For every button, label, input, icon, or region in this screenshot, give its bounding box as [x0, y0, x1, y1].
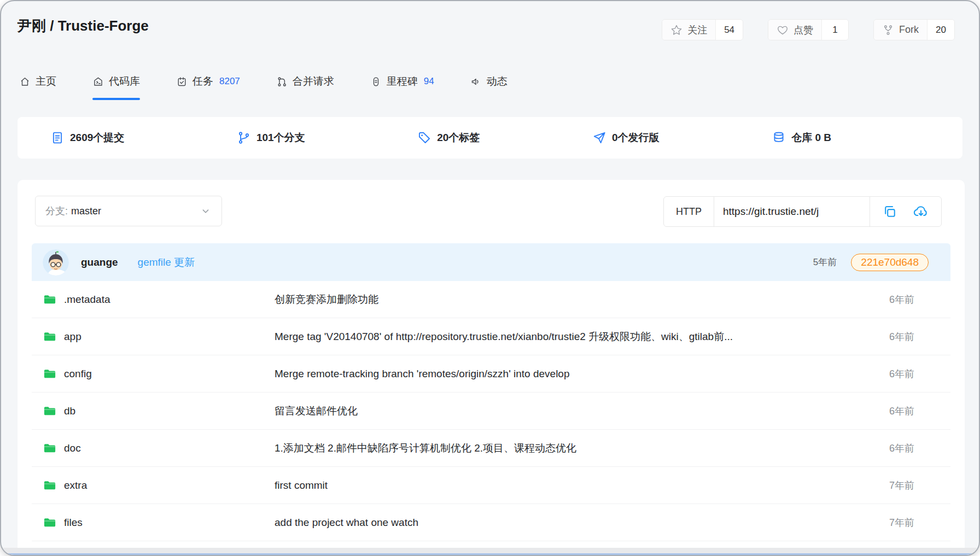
file-name[interactable]: doc [64, 442, 81, 454]
folder-icon [43, 441, 56, 455]
file-row[interactable]: config Merge remote-tracking branch 'rem… [32, 355, 950, 393]
commit-time: 5年前 [813, 256, 837, 268]
latest-commit-row: guange gemfile 更新 5年前 221e70d648 [32, 243, 950, 281]
home-icon [19, 76, 31, 87]
praise-label: 点赞 [794, 24, 813, 37]
folder-icon [43, 367, 56, 381]
file-time: 6年前 [889, 293, 914, 306]
clone-url-field[interactable]: https://git.trustie.net/j [714, 197, 870, 226]
praise-button[interactable]: 点赞 1 [768, 19, 849, 40]
tab-tasks[interactable]: 任务 8207 [176, 63, 240, 100]
file-time: 6年前 [889, 330, 914, 343]
tab-home[interactable]: 主页 [19, 63, 56, 100]
tab-activity[interactable]: 动态 [470, 63, 508, 100]
file-row[interactable]: .metadata 创新竞赛添加删除功能 6年前 [32, 281, 950, 318]
folder-icon [43, 404, 56, 418]
repo-actions: 关注 54 点赞 1 Fork 20 [662, 19, 955, 40]
file-name[interactable]: db [64, 405, 75, 417]
watch-button[interactable]: 关注 54 [662, 19, 743, 40]
app-window: 尹刚 / Trustie-Forge 关注 54 点赞 1 [0, 0, 980, 556]
stat-tags[interactable]: 20个标签 [417, 131, 480, 145]
file-commit-message[interactable]: Merge remote-tracking branch 'remotes/or… [275, 368, 570, 380]
folder-icon [43, 330, 56, 343]
repo-stats-bar: 2609个提交 101个分支 20个标签 0个发行版 [18, 117, 962, 159]
protocol-button[interactable]: HTTP [664, 197, 714, 226]
repo-tabs: 主页 代码库 任务 8207 合并请求 [19, 63, 508, 100]
folder-icon [43, 292, 56, 306]
activity-speaker-icon [470, 76, 482, 87]
avatar[interactable] [43, 249, 69, 276]
file-commit-message[interactable]: first commit [275, 479, 328, 491]
stat-commits[interactable]: 2609个提交 [50, 131, 124, 145]
file-commit-message[interactable]: Merge tag 'V20140708' of http://reposito… [275, 330, 733, 344]
tab-milestones[interactable]: 里程碑 94 [370, 63, 434, 100]
chevron-down-icon [200, 205, 212, 217]
tab-repository-label: 代码库 [109, 74, 140, 89]
file-commit-message[interactable]: 留言发送邮件优化 [275, 404, 358, 418]
file-time: 6年前 [889, 442, 914, 455]
copy-icon[interactable] [882, 204, 897, 219]
code-repo-icon [92, 76, 104, 87]
file-name[interactable]: app [64, 331, 81, 343]
commit-hash-badge[interactable]: 221e70d648 [851, 254, 929, 271]
merge-request-icon [276, 76, 288, 87]
page-title[interactable]: 尹刚 / Trustie-Forge [18, 16, 149, 36]
stat-storage-label: 仓库 0 B [791, 131, 831, 145]
fork-label: Fork [899, 24, 919, 36]
stat-branches[interactable]: 101个分支 [237, 131, 305, 145]
folder-icon [43, 516, 56, 529]
stat-releases-label: 0个发行版 [612, 131, 660, 145]
milestone-icon [370, 76, 382, 87]
file-time: 7年前 [889, 516, 914, 529]
star-icon [670, 24, 682, 36]
tasks-icon [176, 76, 188, 87]
tag-icon [417, 131, 431, 145]
file-row[interactable]: db 留言发送邮件优化 6年前 [32, 393, 950, 430]
file-commit-message[interactable]: add the project what one watch [275, 517, 418, 529]
file-row[interactable]: app Merge tag 'V20140708' of http://repo… [32, 318, 950, 355]
folder-icon [43, 478, 56, 492]
cloud-download-icon[interactable] [913, 203, 929, 220]
fork-button[interactable]: Fork 20 [873, 19, 955, 40]
file-row[interactable]: files add the project what one watch 7年前 [32, 504, 950, 541]
commit-author[interactable]: guange [81, 256, 118, 268]
tab-tasks-count: 8207 [219, 76, 240, 87]
tab-pull-requests-label: 合并请求 [293, 74, 334, 89]
file-name[interactable]: config [64, 368, 92, 380]
file-name[interactable]: .metadata [64, 294, 110, 306]
tab-activity-label: 动态 [487, 74, 508, 89]
branch-icon [237, 131, 251, 145]
tab-milestones-label: 里程碑 [387, 74, 418, 89]
file-name[interactable]: files [64, 517, 83, 529]
file-list: .metadata 创新竞赛添加删除功能 6年前 app Merge tag '… [32, 281, 950, 548]
commits-doc-icon [50, 131, 65, 145]
file-row[interactable]: doc 1.添加文档 2.邮件中缺陷序号计算机制优化 2.项目、课程动态优化 6… [32, 430, 950, 467]
clone-url-group: HTTP https://git.trustie.net/j [663, 196, 942, 227]
file-row-partial[interactable] [32, 541, 950, 548]
file-name[interactable]: extra [64, 479, 87, 491]
stat-storage[interactable]: 仓库 0 B [772, 131, 831, 145]
watch-count[interactable]: 54 [715, 20, 743, 40]
stat-releases[interactable]: 0个发行版 [592, 131, 660, 145]
stat-tags-label: 20个标签 [437, 131, 480, 145]
tab-tasks-label: 任务 [192, 74, 213, 89]
heart-icon [777, 24, 789, 36]
tab-pull-requests[interactable]: 合并请求 [276, 63, 334, 100]
release-plane-icon [592, 131, 606, 145]
window-bottom-edge [1, 548, 979, 555]
repository-panel: 分支: master HTTP https://git.trustie.net/… [18, 180, 965, 548]
tab-milestones-count: 94 [424, 76, 434, 87]
praise-count[interactable]: 1 [821, 20, 848, 40]
storage-db-icon [772, 131, 786, 145]
branch-selector[interactable]: 分支: master [35, 196, 222, 226]
file-time: 7年前 [889, 479, 914, 492]
watch-label: 关注 [687, 24, 707, 37]
file-commit-message[interactable]: 1.添加文档 2.邮件中缺陷序号计算机制优化 2.项目、课程动态优化 [275, 441, 576, 455]
commit-message-link[interactable]: gemfile 更新 [138, 255, 195, 270]
fork-count[interactable]: 20 [927, 20, 954, 40]
tab-repository[interactable]: 代码库 [92, 63, 140, 100]
file-commit-message[interactable]: 创新竞赛添加删除功能 [275, 292, 378, 307]
file-row[interactable]: extra first commit 7年前 [32, 467, 950, 504]
stat-commits-label: 2609个提交 [70, 131, 124, 145]
file-time: 6年前 [889, 405, 914, 418]
